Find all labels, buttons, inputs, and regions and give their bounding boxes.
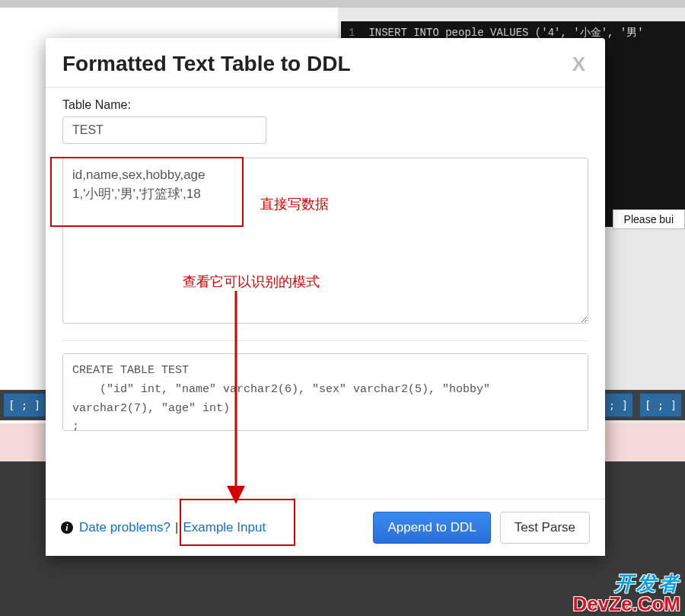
table-name-label: Table Name: (62, 98, 588, 112)
text-to-ddl-modal: Formatted Text Table to DDL X Table Name… (46, 38, 605, 556)
info-icon: i (61, 522, 73, 534)
bg-toolbar-btn-right2[interactable]: [ ; ] ▾ (639, 393, 682, 417)
code-line-number: 1 (349, 27, 355, 39)
table-name-input[interactable] (62, 116, 266, 144)
footer-separator: | (175, 520, 178, 535)
code-line: INSERT INTO people VALUES ('4', '小金', '男… (368, 27, 643, 39)
bg-status-button[interactable]: Please bui (613, 209, 685, 229)
close-icon[interactable]: X (569, 53, 588, 76)
modal-header: Formatted Text Table to DDL X (46, 38, 605, 88)
footer-left: i Date problems? | Example Input (61, 520, 266, 535)
bg-toolbar-btn-left[interactable]: [ ; ] ▾ (3, 393, 46, 417)
example-input-link[interactable]: Example Input (183, 520, 266, 535)
modal-footer: i Date problems? | Example Input Append … (46, 499, 605, 556)
ddl-output[interactable]: CREATE TABLE TEST ("id" int, "name" varc… (62, 353, 588, 431)
test-parse-button[interactable]: Test Parse (500, 512, 590, 544)
footer-right: Append to DDL Test Parse (373, 512, 590, 544)
section-divider (62, 340, 588, 341)
append-to-ddl-button[interactable]: Append to DDL (373, 512, 490, 544)
modal-body: Table Name: CREATE TABLE TEST ("id" int,… (46, 88, 605, 499)
data-textarea[interactable] (62, 158, 588, 324)
date-problems-link[interactable]: Date problems? (79, 520, 170, 535)
modal-title: Formatted Text Table to DDL (62, 52, 351, 76)
